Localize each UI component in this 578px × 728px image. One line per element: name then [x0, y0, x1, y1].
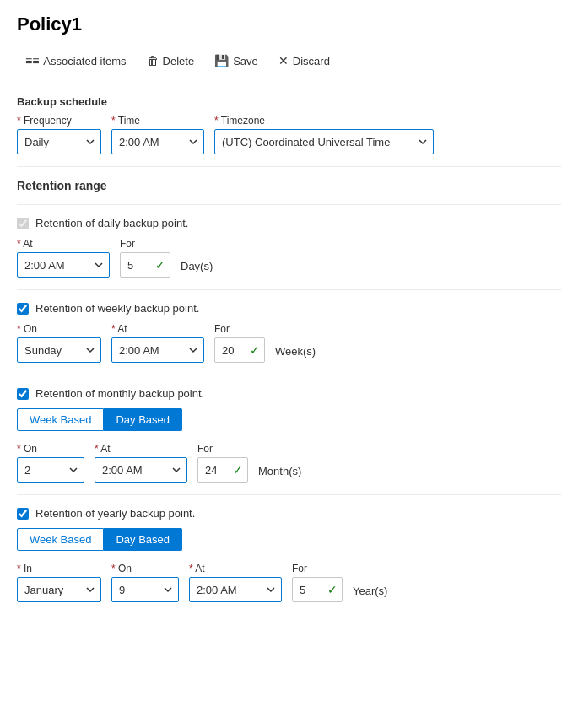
monthly-on-label: * On — [17, 443, 84, 455]
yearly-on-select[interactable]: 9 1 15 — [111, 577, 179, 602]
daily-retention-group: Retention of daily backup point. * At 2:… — [17, 217, 561, 278]
yearly-at-select[interactable]: 2:00 AM 4:00 AM — [189, 577, 282, 602]
monthly-toggle-group: Week Based Day Based — [17, 408, 561, 431]
daily-at-label: * At — [17, 238, 110, 250]
daily-form-row: * At 2:00 AM 4:00 AM For ✓ Day(s) — [17, 238, 561, 278]
weekly-at-select[interactable]: 2:00 AM 4:00 AM — [111, 337, 204, 363]
frequency-label: * Frequency — [17, 115, 101, 127]
frequency-field: * Frequency Daily Weekly Monthly — [17, 115, 101, 154]
timezone-field: * Timezone (UTC) Coordinated Universal T… — [214, 115, 434, 154]
backup-schedule-label: Backup schedule — [17, 95, 561, 108]
frequency-select[interactable]: Daily Weekly Monthly — [17, 129, 101, 154]
daily-checkbox[interactable] — [17, 218, 29, 229]
time-label: * Time — [111, 115, 204, 127]
weekly-on-field: * On Sunday Monday Saturday — [17, 323, 101, 363]
yearly-day-based-button[interactable]: Day Based — [104, 528, 182, 551]
save-button[interactable]: 💾 Save — [206, 51, 267, 71]
weekly-checkbox-label: Retention of weekly backup point. — [35, 302, 199, 315]
monthly-on-field: * On 2 1 3 — [17, 443, 84, 483]
associated-items-icon: ≡≡ — [25, 54, 39, 67]
monthly-at-label: * At — [95, 443, 187, 455]
yearly-toggle-group: Week Based Day Based — [17, 528, 561, 551]
monthly-day-based-button[interactable]: Day Based — [104, 408, 182, 431]
daily-for-label: For — [120, 238, 170, 250]
yearly-week-based-button[interactable]: Week Based — [17, 528, 104, 551]
monthly-for-wrap: ✓ — [197, 457, 248, 483]
monthly-retention-group: Retention of monthly backup point. Week … — [17, 387, 561, 483]
monthly-for-input[interactable] — [197, 457, 248, 483]
yearly-at-label: * At — [189, 563, 282, 574]
yearly-for-wrap: ✓ — [292, 577, 343, 602]
timezone-label: * Timezone — [214, 115, 434, 127]
time-field: * Time 2:00 AM 4:00 AM 6:00 AM — [111, 115, 204, 154]
backup-schedule-row: * Frequency Daily Weekly Monthly * Time … — [17, 115, 561, 154]
weekly-for-label: For — [214, 323, 265, 335]
yearly-in-select[interactable]: January February March — [17, 577, 101, 602]
delete-button[interactable]: 🗑 Delete — [138, 51, 203, 71]
daily-checkbox-label: Retention of daily backup point. — [35, 217, 188, 229]
timezone-select[interactable]: (UTC) Coordinated Universal Time (UTC+01… — [214, 129, 434, 154]
yearly-on-field: * On 9 1 15 — [111, 563, 179, 602]
monthly-form-row: * On 2 1 3 * At 2:00 AM 4:00 AM For ✓ — [17, 443, 561, 483]
yearly-checkbox-row: Retention of yearly backup point. — [17, 507, 561, 520]
daily-for-field: For ✓ — [120, 238, 170, 278]
discard-button[interactable]: ✕ Discard — [270, 51, 338, 71]
monthly-at-field: * At 2:00 AM 4:00 AM — [95, 443, 187, 483]
monthly-unit-label: Month(s) — [258, 465, 301, 483]
time-select[interactable]: 2:00 AM 4:00 AM 6:00 AM — [111, 129, 204, 154]
weekly-on-select[interactable]: Sunday Monday Saturday — [17, 337, 101, 363]
discard-icon: ✕ — [278, 54, 289, 67]
weekly-unit-label: Week(s) — [275, 345, 316, 363]
page-title: Policy1 — [17, 13, 561, 35]
daily-for-input[interactable] — [120, 252, 170, 278]
yearly-for-label: For — [292, 563, 343, 574]
daily-for-wrap: ✓ — [120, 252, 170, 278]
daily-unit-label: Day(s) — [181, 260, 213, 278]
weekly-for-wrap: ✓ — [214, 337, 265, 363]
yearly-on-label: * On — [111, 563, 179, 574]
yearly-unit-label: Year(s) — [353, 585, 387, 602]
yearly-in-field: * In January February March — [17, 563, 101, 602]
monthly-checkbox-row: Retention of monthly backup point. — [17, 387, 561, 400]
monthly-for-field: For ✓ — [197, 443, 248, 483]
yearly-in-label: * In — [17, 563, 101, 574]
yearly-at-field: * At 2:00 AM 4:00 AM — [189, 563, 282, 602]
monthly-checkbox-label: Retention of monthly backup point. — [35, 387, 204, 400]
daily-checkbox-row: Retention of daily backup point. — [17, 217, 561, 229]
weekly-for-field: For ✓ — [214, 323, 265, 363]
toolbar: ≡≡ Associated items 🗑 Delete 💾 Save ✕ Di… — [17, 44, 561, 78]
retention-range-title: Retention range — [17, 179, 561, 192]
weekly-checkbox-row: Retention of weekly backup point. — [17, 302, 561, 315]
weekly-retention-group: Retention of weekly backup point. * On S… — [17, 302, 561, 363]
associated-items-button[interactable]: ≡≡ Associated items — [17, 51, 135, 71]
monthly-on-select[interactable]: 2 1 3 — [17, 457, 84, 483]
yearly-checkbox-label: Retention of yearly backup point. — [35, 507, 195, 520]
weekly-checkbox[interactable] — [17, 303, 29, 315]
daily-at-select[interactable]: 2:00 AM 4:00 AM — [17, 252, 110, 278]
monthly-checkbox[interactable] — [17, 388, 29, 400]
weekly-for-input[interactable] — [214, 337, 265, 363]
yearly-form-row: * In January February March * On 9 1 15 … — [17, 563, 561, 602]
daily-at-field: * At 2:00 AM 4:00 AM — [17, 238, 110, 278]
yearly-checkbox[interactable] — [17, 508, 29, 520]
yearly-for-field: For ✓ — [292, 563, 343, 602]
weekly-form-row: * On Sunday Monday Saturday * At 2:00 AM… — [17, 323, 561, 363]
yearly-retention-group: Retention of yearly backup point. Week B… — [17, 507, 561, 602]
yearly-for-input[interactable] — [292, 577, 343, 602]
monthly-week-based-button[interactable]: Week Based — [17, 408, 104, 431]
delete-icon: 🗑 — [147, 54, 159, 67]
monthly-at-select[interactable]: 2:00 AM 4:00 AM — [95, 457, 187, 483]
weekly-at-label: * At — [111, 323, 204, 335]
backup-schedule-section: Backup schedule * Frequency Daily Weekly… — [17, 95, 561, 154]
weekly-at-field: * At 2:00 AM 4:00 AM — [111, 323, 204, 363]
monthly-for-label: For — [197, 443, 248, 455]
weekly-on-label: * On — [17, 323, 101, 335]
save-icon: 💾 — [214, 54, 229, 67]
